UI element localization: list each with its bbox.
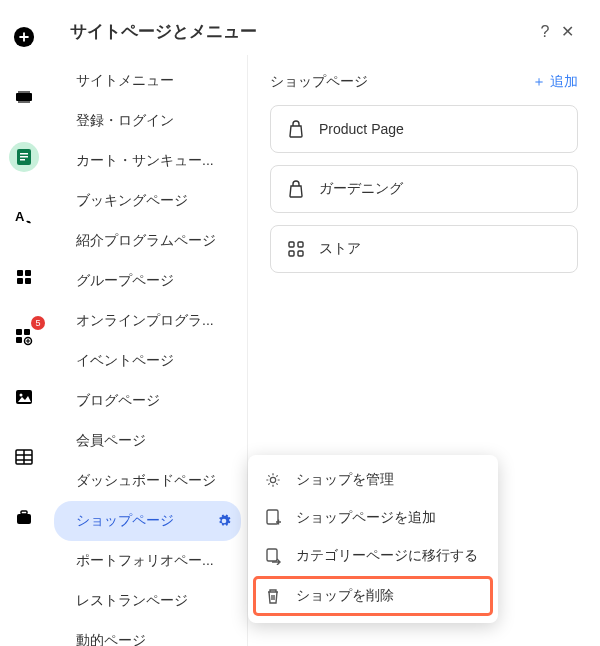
page-category-list: サイトメニュー登録・ログインカート・サンキュー...ブッキングページ紹介プログラ… xyxy=(48,55,248,646)
context-menu-item[interactable]: ショップページを追加 xyxy=(248,499,498,537)
category-item[interactable]: イベントページ xyxy=(54,341,241,381)
category-item[interactable]: ポートフォリオペー... xyxy=(54,541,241,581)
page-card-label: ストア xyxy=(319,240,361,258)
rail-add-button[interactable] xyxy=(9,22,39,52)
category-item[interactable]: 登録・ログイン xyxy=(54,101,241,141)
rail-badge: 5 xyxy=(31,316,45,330)
page-card[interactable]: Product Page xyxy=(270,105,578,153)
svg-rect-11 xyxy=(17,278,23,284)
category-item[interactable]: ブッキングページ xyxy=(54,181,241,221)
plus-circle-icon xyxy=(13,26,35,48)
svg-rect-24 xyxy=(289,251,294,256)
rail-media-button[interactable] xyxy=(9,382,39,412)
rail-theme-button[interactable]: A xyxy=(9,202,39,232)
context-menu-item[interactable]: ショップを管理 xyxy=(248,461,498,499)
gear-icon[interactable] xyxy=(217,514,231,528)
rail-layers-button[interactable] xyxy=(9,82,39,112)
svg-rect-6 xyxy=(20,156,28,158)
move-icon xyxy=(264,547,282,565)
page-card[interactable]: ガーデニング xyxy=(270,165,578,213)
category-item[interactable]: 会員ページ xyxy=(54,421,241,461)
section-title: ショップページ xyxy=(270,73,532,91)
context-menu-label: ショップを削除 xyxy=(296,587,394,605)
rail-apps-button[interactable] xyxy=(9,262,39,292)
context-menu: ショップを管理ショップページを追加カテゴリーページに移行するショップを削除 xyxy=(248,455,498,623)
svg-rect-9 xyxy=(17,270,23,276)
addpage-icon xyxy=(264,509,282,527)
context-menu-label: ショップを管理 xyxy=(296,471,394,489)
icon-rail: A 5 xyxy=(0,0,48,646)
category-item[interactable]: 紹介プログラムページ xyxy=(54,221,241,261)
apps-icon xyxy=(16,269,32,285)
svg-rect-13 xyxy=(16,329,22,335)
help-button[interactable]: ? xyxy=(534,23,556,41)
media-icon xyxy=(15,389,33,405)
rail-business-button[interactable] xyxy=(9,502,39,532)
addons-icon xyxy=(15,328,33,346)
context-menu-item[interactable]: カテゴリーページに移行する xyxy=(248,537,498,575)
bag-icon xyxy=(287,180,305,198)
svg-rect-12 xyxy=(25,278,31,284)
rail-addons-button[interactable]: 5 xyxy=(9,322,39,352)
rail-pages-button[interactable] xyxy=(9,142,39,172)
context-menu-item[interactable]: ショップを削除 xyxy=(254,577,492,615)
svg-rect-3 xyxy=(18,101,30,103)
category-item[interactable]: ブログページ xyxy=(54,381,241,421)
page-card-label: Product Page xyxy=(319,121,404,137)
panel-title: サイトページとメニュー xyxy=(70,20,534,43)
svg-rect-20 xyxy=(17,514,31,524)
panel-header: サイトページとメニュー ? ✕ xyxy=(48,0,600,55)
svg-rect-23 xyxy=(298,242,303,247)
rail-data-button[interactable] xyxy=(9,442,39,472)
svg-text:A: A xyxy=(15,209,25,224)
svg-rect-15 xyxy=(16,337,22,343)
svg-rect-27 xyxy=(267,549,277,561)
category-item[interactable]: 動的ページ xyxy=(54,621,241,646)
theme-icon: A xyxy=(15,208,33,226)
svg-rect-7 xyxy=(20,159,25,161)
add-button[interactable]: ＋ 追加 xyxy=(532,73,578,91)
bag-icon xyxy=(287,120,305,138)
page-card[interactable]: ストア xyxy=(270,225,578,273)
category-item[interactable]: グループページ xyxy=(54,261,241,301)
trash-icon xyxy=(264,587,282,605)
svg-rect-1 xyxy=(16,93,32,101)
context-menu-label: カテゴリーページに移行する xyxy=(296,547,478,565)
gear-icon xyxy=(264,471,282,489)
svg-rect-14 xyxy=(24,329,30,335)
svg-rect-22 xyxy=(289,242,294,247)
context-menu-label: ショップページを追加 xyxy=(296,509,436,527)
page-icon xyxy=(16,148,32,166)
grid-icon xyxy=(287,240,305,258)
svg-rect-5 xyxy=(20,153,28,155)
table-icon xyxy=(15,449,33,465)
close-button[interactable]: ✕ xyxy=(556,22,578,41)
category-item[interactable]: オンラインプログラ... xyxy=(54,301,241,341)
category-item[interactable]: ショップページ xyxy=(54,501,241,541)
briefcase-icon xyxy=(15,509,33,525)
svg-rect-10 xyxy=(25,270,31,276)
layers-icon xyxy=(15,90,33,104)
page-card-label: ガーデニング xyxy=(319,180,403,198)
category-item[interactable]: レストランページ xyxy=(54,581,241,621)
svg-rect-25 xyxy=(298,251,303,256)
category-item[interactable]: サイトメニュー xyxy=(54,61,241,101)
svg-rect-21 xyxy=(21,511,27,514)
category-item[interactable]: ダッシュボードページ xyxy=(54,461,241,501)
svg-point-18 xyxy=(20,394,23,397)
svg-rect-2 xyxy=(18,91,30,93)
category-item[interactable]: カート・サンキュー... xyxy=(54,141,241,181)
